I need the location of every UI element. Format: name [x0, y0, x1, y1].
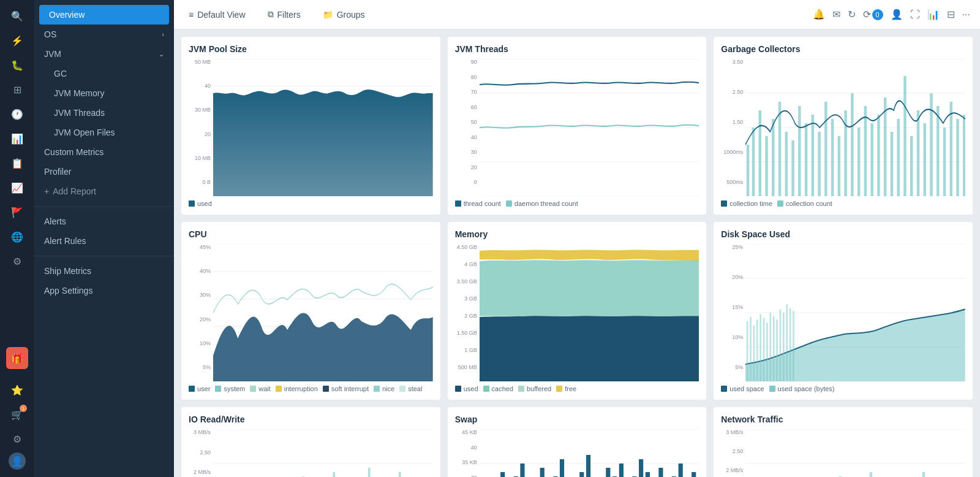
- svg-rect-123: [399, 472, 401, 477]
- svg-rect-116: [368, 468, 371, 477]
- refresh-icon[interactable]: ↻: [848, 9, 856, 20]
- legend-item: used: [189, 200, 212, 207]
- bell-icon[interactable]: 🔔: [813, 9, 825, 20]
- user-icon[interactable]: 👤: [9, 452, 26, 470]
- svg-rect-24: [798, 106, 801, 196]
- y-axis: 25%20%15%10%5%: [721, 244, 745, 381]
- legend-item: user: [189, 385, 210, 392]
- nav-item-gc[interactable]: GC: [34, 64, 174, 83]
- code-icon[interactable]: 📋: [6, 152, 28, 174]
- search-icon[interactable]: 🔍: [6, 5, 28, 27]
- svg-rect-180: [678, 464, 682, 477]
- legend-color: [455, 386, 461, 392]
- svg-rect-71: [780, 309, 782, 381]
- nav-item-overview[interactable]: Overview: [39, 5, 169, 25]
- expand-icon[interactable]: ⛶: [910, 9, 920, 20]
- mail-icon[interactable]: ✉: [832, 9, 840, 20]
- svg-rect-68: [770, 313, 772, 381]
- nav-item-ship-metrics[interactable]: Ship Metrics: [34, 261, 174, 281]
- chart-title: JVM Pool Size: [189, 44, 433, 54]
- svg-rect-70: [777, 319, 778, 381]
- settings-icon[interactable]: ⚙: [6, 428, 28, 450]
- nav-divider-1: [34, 206, 174, 207]
- svg-rect-34: [864, 106, 867, 196]
- bar-chart-icon[interactable]: 📊: [927, 9, 940, 20]
- chart-network-traffic: Network Traffic 3 MB/s2.502 MB/s1.501 MB…: [714, 407, 973, 477]
- y-axis: 3 MB/s2.502 MB/s1.501 MB/s500 KB/s0: [721, 429, 745, 477]
- legend-item: collection count: [777, 200, 832, 207]
- legend-item: system: [215, 385, 245, 392]
- svg-rect-169: [606, 468, 610, 477]
- flag-icon[interactable]: 🚩: [6, 201, 28, 223]
- chart-legend: used cached buffered free: [455, 385, 699, 392]
- svg-rect-16: [747, 145, 749, 196]
- nav-item-custom-metrics[interactable]: Custom Metrics: [34, 142, 174, 162]
- add-report-button[interactable]: + Add Report: [34, 181, 174, 201]
- chart-title: Network Traffic: [721, 414, 965, 424]
- chart-title: JVM Threads: [455, 44, 699, 54]
- svg-rect-63: [753, 326, 755, 381]
- svg-rect-69: [773, 316, 775, 381]
- nav-item-alert-rules[interactable]: Alert Rules: [34, 231, 174, 251]
- svg-rect-171: [619, 464, 623, 477]
- more-icon[interactable]: ···: [962, 9, 970, 20]
- nav-item-jvm-open-files[interactable]: JVM Open Files: [34, 123, 174, 142]
- filters-button[interactable]: ⧉ Filters: [263, 7, 306, 22]
- groups-button[interactable]: 📁 Groups: [318, 7, 370, 22]
- legend-color: [276, 386, 282, 392]
- chart-area: [213, 59, 433, 196]
- svg-rect-62: [750, 317, 752, 381]
- chart-legend: collection time collection count: [721, 200, 965, 207]
- svg-rect-48: [957, 119, 959, 196]
- legend-item: soft interrupt: [323, 385, 369, 392]
- default-view-button[interactable]: ≡ Default View: [184, 7, 251, 22]
- list-icon: ≡: [189, 10, 194, 20]
- y-axis: 45%40%30%20%10%5%: [189, 244, 213, 381]
- legend-item: used space: [721, 385, 764, 392]
- chart-legend: used space used space (bytes): [721, 385, 965, 392]
- svg-rect-45: [937, 106, 939, 196]
- globe-icon[interactable]: 🌐: [6, 226, 28, 248]
- plus-icon: +: [44, 186, 49, 196]
- svg-rect-27: [818, 132, 821, 196]
- gift-icon[interactable]: 🎁: [6, 347, 28, 369]
- bug-icon[interactable]: 🐛: [6, 54, 28, 76]
- star-icon[interactable]: ⭐: [6, 379, 28, 401]
- legend-color: [506, 200, 512, 207]
- nav-item-app-settings[interactable]: App Settings: [34, 281, 174, 300]
- svg-rect-30: [838, 136, 840, 196]
- settings2-icon[interactable]: ⚙: [6, 250, 28, 272]
- svg-rect-41: [910, 136, 913, 196]
- legend-color: [483, 386, 489, 392]
- svg-rect-174: [639, 459, 643, 477]
- clock-icon[interactable]: 🕐: [6, 103, 28, 125]
- nav-item-os[interactable]: OS ›: [34, 25, 174, 44]
- chart-jvm-threads: JVM Threads 90807060504030200: [448, 37, 707, 215]
- nav-item-jvm-memory[interactable]: JVM Memory: [34, 83, 174, 103]
- svg-rect-17: [752, 128, 755, 196]
- legend-color: [189, 386, 195, 392]
- nav-item-profiler[interactable]: Profiler: [34, 162, 174, 181]
- graph-icon[interactable]: 📈: [6, 177, 28, 199]
- y-axis: 50 MB4030 MB2010 MB0 B: [189, 59, 213, 196]
- chevron-right-icon: ›: [162, 31, 164, 38]
- icon-sidebar: 🔍 ⚡ 🐛 ⊞ 🕐 📊 📋 📈 🚩 🌐 ⚙ 🎁 ⭐ 🛒1 ⚙ 👤: [0, 0, 34, 477]
- person-icon[interactable]: 👤: [891, 9, 903, 20]
- legend-item: interruption: [276, 385, 318, 392]
- svg-rect-64: [756, 319, 758, 381]
- legend-item: collection time: [721, 200, 772, 207]
- monitor-icon[interactable]: 📊: [6, 128, 28, 150]
- sync-icon[interactable]: ⟳: [863, 9, 871, 20]
- panel-icon[interactable]: ⊟: [947, 9, 955, 20]
- svg-rect-177: [658, 468, 663, 477]
- svg-rect-39: [897, 119, 900, 196]
- svg-rect-18: [759, 110, 761, 196]
- nav-item-alerts[interactable]: Alerts: [34, 212, 174, 231]
- svg-rect-33: [858, 128, 860, 196]
- grid-icon[interactable]: ⊞: [6, 78, 28, 101]
- cart-icon[interactable]: 🛒1: [6, 403, 28, 425]
- nav-item-jvm[interactable]: JVM ⌄: [34, 44, 174, 64]
- nav-item-jvm-threads[interactable]: JVM Threads: [34, 103, 174, 123]
- activity-icon[interactable]: ⚡: [6, 29, 28, 52]
- legend-item: nice: [374, 385, 394, 392]
